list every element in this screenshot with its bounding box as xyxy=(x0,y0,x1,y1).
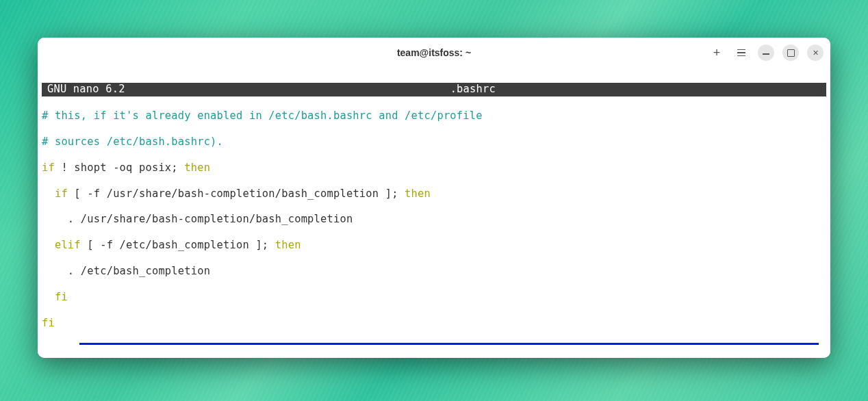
code-line: . /etc/bash_completion xyxy=(42,265,826,278)
code-line: # this, if it's already enabled in /etc/… xyxy=(42,109,826,122)
close-button[interactable] xyxy=(807,44,824,61)
code-line: . /usr/share/bash-completion/bash_comple… xyxy=(42,213,826,226)
nano-filename: .bashrc xyxy=(125,83,821,96)
titlebar-controls xyxy=(709,44,824,61)
code-line: elif [ -f /etc/bash_completion ]; then xyxy=(42,239,826,252)
nano-app-name: GNU nano 6.2 xyxy=(47,83,125,96)
code-line: fi xyxy=(42,291,826,304)
terminal-window: team@itsfoss: ~ GNU nano 6.2.bashrc # th… xyxy=(38,38,830,358)
minimize-button[interactable] xyxy=(758,44,774,61)
code-line: if [ -f /usr/share/bash-completion/bash_… xyxy=(42,187,826,200)
window-title: team@itsfoss: ~ xyxy=(397,47,471,58)
separator-line-icon xyxy=(79,343,819,345)
code-line: # sources /etc/bash.bashrc). xyxy=(42,135,826,148)
terminal-content[interactable]: GNU nano 6.2.bashrc # this, if it's alre… xyxy=(38,68,830,358)
hamburger-menu-icon[interactable] xyxy=(733,44,750,61)
nano-header: GNU nano 6.2.bashrc xyxy=(42,83,826,96)
titlebar[interactable]: team@itsfoss: ~ xyxy=(38,38,830,68)
maximize-button[interactable] xyxy=(782,44,799,61)
code-line: fi xyxy=(42,317,826,330)
new-tab-button[interactable] xyxy=(709,44,725,61)
code-line: if ! shopt -oq posix; then xyxy=(42,161,826,174)
